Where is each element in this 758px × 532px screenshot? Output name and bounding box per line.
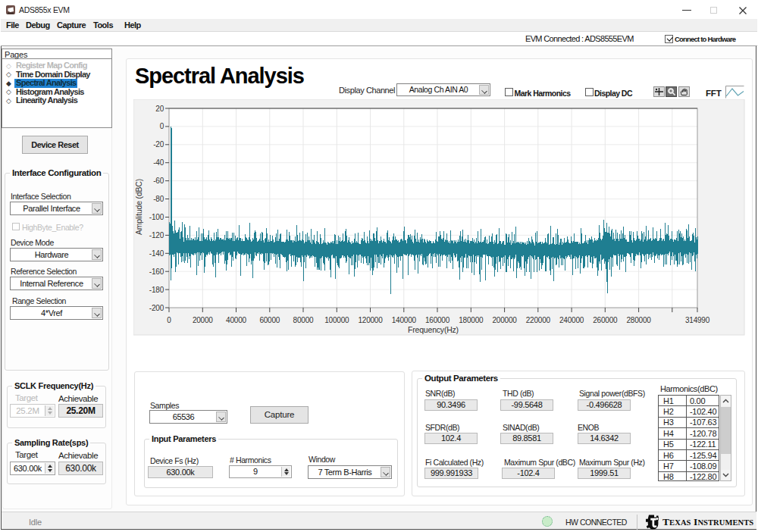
svg-text:0: 0 xyxy=(160,122,164,130)
svg-text:20000: 20000 xyxy=(193,316,213,324)
svg-text:-20: -20 xyxy=(153,140,164,149)
svg-text:200000: 200000 xyxy=(493,316,518,324)
svg-text:-80: -80 xyxy=(153,195,164,203)
svg-text:-120: -120 xyxy=(149,231,164,239)
svg-text:260000: 260000 xyxy=(593,316,618,324)
svg-text:-160: -160 xyxy=(149,268,164,276)
svg-text:-40: -40 xyxy=(153,158,164,167)
svg-text:-200: -200 xyxy=(149,304,164,312)
svg-text:80000: 80000 xyxy=(293,316,314,324)
svg-text:160000: 160000 xyxy=(425,316,450,324)
svg-text:-140: -140 xyxy=(149,249,164,258)
svg-text:220000: 220000 xyxy=(526,316,551,324)
svg-text:0: 0 xyxy=(167,316,171,324)
svg-text:Amplitude (dBC): Amplitude (dBC) xyxy=(134,179,143,235)
svg-text:40000: 40000 xyxy=(226,316,246,324)
svg-text:60000: 60000 xyxy=(259,316,280,324)
svg-text:100000: 100000 xyxy=(324,316,349,324)
svg-text:314990: 314990 xyxy=(685,316,710,324)
svg-text:-180: -180 xyxy=(149,286,164,294)
svg-text:Frequency(Hz): Frequency(Hz) xyxy=(408,325,459,334)
svg-text:-100: -100 xyxy=(149,213,164,221)
svg-text:-60: -60 xyxy=(153,177,164,185)
svg-text:20: 20 xyxy=(155,105,164,113)
svg-text:120000: 120000 xyxy=(358,316,383,324)
svg-text:180000: 180000 xyxy=(459,316,484,324)
svg-text:140000: 140000 xyxy=(392,316,417,324)
svg-text:280000: 280000 xyxy=(627,316,652,324)
svg-text:240000: 240000 xyxy=(559,316,584,324)
